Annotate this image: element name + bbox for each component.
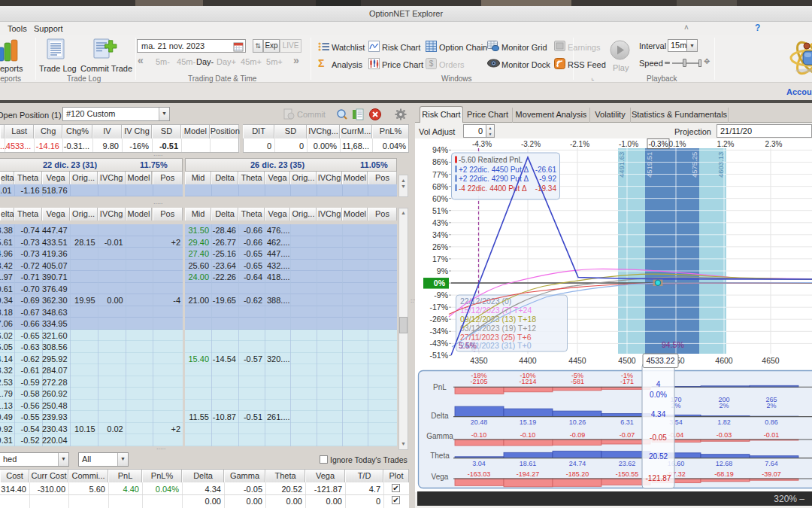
svg-text:1.2%: 1.2%	[717, 140, 735, 148]
svg-text:-2.1%: -2.1%	[570, 140, 589, 148]
svg-text:-0.10: -0.10	[520, 431, 536, 439]
svg-text:43%: 43%	[432, 218, 448, 227]
svg-text:Vega: Vega	[432, 473, 449, 481]
svg-text:1.82: 1.82	[717, 418, 731, 426]
svg-text:34%: 34%	[432, 230, 448, 239]
svg-text:-19.34: -19.34	[535, 184, 557, 193]
svg-text:94.5%: 94.5%	[662, 340, 684, 349]
svg-text:60%: 60%	[432, 194, 448, 203]
svg-text:-39.07: -39.07	[762, 470, 781, 478]
svg-text:-5.60 Realized PnL: -5.60 Realized PnL	[459, 156, 523, 164]
svg-text:4.34: 4.34	[651, 410, 666, 418]
svg-text:77%: 77%	[432, 170, 448, 179]
svg-text:24.74: 24.74	[569, 460, 586, 467]
svg-text:9%: 9%	[437, 266, 448, 275]
svg-text:+2 22dic. 4450 Put Δ: +2 22dic. 4450 Put Δ	[459, 166, 529, 174]
svg-text:0.0%: 0.0%	[650, 391, 667, 399]
svg-text:-2105: -2105	[470, 378, 487, 385]
svg-text:-4.3%: -4.3%	[472, 140, 492, 148]
svg-text:-0.05: -0.05	[650, 433, 667, 442]
svg-text:-0.03: -0.03	[717, 431, 732, 439]
svg-text:-185.20: -185.20	[566, 470, 589, 478]
svg-text:4450: 4450	[568, 356, 586, 365]
svg-text:-9%: -9%	[434, 291, 448, 300]
svg-text:4519.51: 4519.51	[645, 152, 653, 178]
svg-text:-34%: -34%	[429, 327, 448, 336]
svg-text:26%: 26%	[432, 242, 448, 251]
svg-text:12.68: 12.68	[716, 460, 733, 467]
svg-text:-1214: -1214	[519, 378, 536, 385]
svg-text:-26.61: -26.61	[535, 166, 557, 174]
svg-text:4533.22: 4533.22	[647, 356, 675, 365]
svg-text:18.61: 18.61	[520, 460, 537, 467]
svg-text:-0.3%: -0.3%	[648, 140, 668, 148]
svg-text:4400: 4400	[519, 356, 537, 365]
svg-text:-0.01: -0.01	[764, 431, 780, 439]
svg-text:51%: 51%	[432, 206, 448, 215]
svg-text:5.5%: 5.5%	[459, 341, 477, 350]
svg-text:-51%: -51%	[429, 351, 448, 360]
svg-text:-0.07: -0.07	[620, 431, 635, 439]
svg-text:15.19: 15.19	[520, 418, 537, 426]
svg-text:20.48: 20.48	[471, 418, 488, 426]
svg-text:-43%: -43%	[429, 339, 448, 348]
svg-text:2.3%: 2.3%	[765, 140, 783, 148]
svg-text:94%: 94%	[432, 145, 448, 154]
svg-text:Gamma: Gamma	[426, 432, 453, 440]
svg-text:4575.25: 4575.25	[690, 152, 698, 178]
svg-text:-1.0%: -1.0%	[619, 140, 638, 148]
svg-text:-150.55: -150.55	[616, 470, 639, 478]
svg-text:-163.03: -163.03	[468, 470, 491, 478]
svg-text:10.26: 10.26	[569, 418, 586, 426]
svg-text:Delta: Delta	[431, 412, 449, 420]
svg-text:4603.13: 4603.13	[717, 152, 725, 178]
svg-text:4491.63: 4491.63	[617, 152, 626, 178]
svg-text:-171: -171	[620, 378, 634, 385]
svg-text:Theta: Theta	[430, 452, 450, 460]
svg-text:68%: 68%	[432, 182, 448, 191]
svg-text:-194.27: -194.27	[517, 470, 540, 478]
svg-text:15/12/2023 (7) T+24: 15/12/2023 (7) T+24	[460, 306, 532, 315]
svg-text:17%: 17%	[432, 254, 448, 263]
svg-text:0.1%: 0.1%	[669, 140, 686, 148]
svg-text:2%: 2%	[719, 402, 729, 409]
svg-text:PnL: PnL	[433, 383, 447, 391]
svg-text:4500: 4500	[618, 356, 636, 365]
svg-text:-0.10: -0.10	[471, 431, 487, 439]
svg-text:86%: 86%	[432, 157, 448, 166]
svg-text:-121.87: -121.87	[646, 474, 671, 482]
svg-text:7.64: 7.64	[765, 460, 778, 467]
svg-text:4350: 4350	[470, 356, 488, 365]
svg-text:0.86: 0.86	[765, 418, 778, 426]
svg-text:2%: 2%	[766, 402, 776, 409]
svg-text:-9.92: -9.92	[539, 175, 556, 183]
svg-text:-68.19: -68.19	[714, 470, 734, 478]
svg-text:4600: 4600	[715, 356, 733, 365]
svg-text:-17%: -17%	[429, 303, 448, 312]
svg-text:4: 4	[656, 380, 661, 388]
svg-text:$: $	[429, 59, 434, 68]
svg-text:23.62: 23.62	[619, 460, 636, 467]
svg-text:-3.2%: -3.2%	[521, 140, 541, 148]
svg-text:-0.09: -0.09	[570, 431, 586, 439]
svg-text:-26%: -26%	[429, 315, 448, 324]
svg-text:-581: -581	[571, 378, 584, 385]
svg-text:03/12/2023 (19) T+12: 03/12/2023 (19) T+12	[460, 324, 536, 333]
svg-text:20.52: 20.52	[649, 452, 668, 461]
svg-text:0%: 0%	[434, 278, 446, 287]
svg-text:4650: 4650	[762, 356, 780, 365]
svg-text:3.04: 3.04	[472, 460, 486, 467]
svg-text:6.31: 6.31	[620, 418, 634, 426]
